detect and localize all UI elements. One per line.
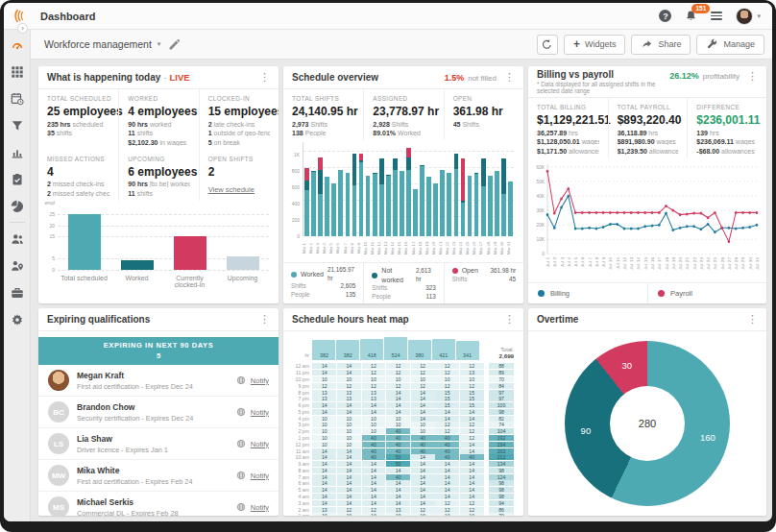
heatmap-cell: 13 xyxy=(337,396,361,401)
notify-link[interactable]: Notify xyxy=(251,440,269,448)
heatmap-cell: 14 xyxy=(411,390,435,396)
share-button[interactable]: Share xyxy=(631,35,691,55)
plus-icon: + xyxy=(573,38,580,50)
sidebar-item-dashboard-gauge-icon[interactable] xyxy=(10,37,24,52)
widget-menu-button[interactable]: ⋮ xyxy=(504,314,515,325)
widget-menu-button[interactable]: ⋮ xyxy=(747,314,758,325)
heatmap-cell: 10 xyxy=(312,435,336,441)
svg-text:Jul 30: Jul 30 xyxy=(748,256,753,269)
avatar: MW xyxy=(48,465,69,486)
dashboard-selector[interactable]: Workforce management ▾ xyxy=(44,38,160,50)
notify-link[interactable]: Notify xyxy=(251,503,269,512)
sidebar-item-reports-bar-chart-icon[interactable] xyxy=(10,145,24,159)
view-schedule-link[interactable]: View schedule xyxy=(208,185,255,194)
heatmap-cell: 10 xyxy=(411,513,435,516)
widget-title: Billing vs payroll xyxy=(537,69,669,80)
notifications-button[interactable]: 151 xyxy=(685,10,697,22)
help-icon[interactable]: ? xyxy=(659,10,671,22)
heatmap-row-total: 89 xyxy=(489,370,514,375)
heatmap-row: 1 pm10104040404012192 xyxy=(291,435,514,442)
today-bar-chart: empl05152025Total scheduledWorkedCurrent… xyxy=(38,201,279,304)
heatmap-cell: 14 xyxy=(312,370,336,375)
user-menu[interactable]: ▾ xyxy=(736,8,761,25)
stacked-bar xyxy=(393,158,398,236)
heatmap-cell: 14 xyxy=(411,416,435,422)
sidebar-item-business-briefcase-icon[interactable] xyxy=(10,285,24,300)
svg-text:50K: 50K xyxy=(536,178,545,183)
sidebar-expand-button[interactable]: › xyxy=(17,23,28,34)
stacked-bar xyxy=(379,158,384,236)
svg-text:Jul 4: Jul 4 xyxy=(567,256,571,267)
notify-link[interactable]: Notify xyxy=(251,472,269,480)
heatmap-cell: 10 xyxy=(337,422,361,427)
heatmap-cell: 14 xyxy=(435,494,459,499)
heatmap-row: 3 am1414141414121294 xyxy=(291,499,514,506)
heatmap-column-total: 382 xyxy=(336,340,359,360)
sidebar-item-insights-pie-icon[interactable] xyxy=(10,199,24,213)
qualification-list-item: MSMichael SerkisCommercial DL - Expires … xyxy=(38,492,279,516)
legend-item-not-worked: Not worked2,613 hrShifts323People113 xyxy=(363,263,443,303)
heatmap-row: 6 am1414141414141498 xyxy=(291,480,514,487)
heatmap-cell: 14 xyxy=(362,487,386,493)
stacked-bar xyxy=(311,171,316,236)
manage-button[interactable]: Manage xyxy=(696,35,764,55)
notify-globe-icon xyxy=(236,502,246,512)
svg-text:Jul 24: Jul 24 xyxy=(706,256,711,269)
sidebar-item-schedule-calendar-icon[interactable] xyxy=(10,91,24,106)
heatmap-cell: 14 xyxy=(362,494,386,499)
bar-total-scheduled xyxy=(68,214,101,269)
heatmap-column-total: 341 xyxy=(456,341,479,360)
heatmap-cell: 10 xyxy=(362,422,386,427)
notify-link[interactable]: Notify xyxy=(251,408,269,417)
heatmap-cell: 40 xyxy=(362,454,386,460)
schedule-legend: Worked21,165.97 hrShifts2,605People135No… xyxy=(283,262,523,303)
sidebar-item-settings-gear-icon[interactable] xyxy=(10,312,24,326)
svg-text:Jul 21: Jul 21 xyxy=(686,256,691,269)
menu-list-icon[interactable] xyxy=(711,12,722,20)
heatmap-cell: 14 xyxy=(411,461,435,467)
sidebar-item-apps-grid-icon[interactable] xyxy=(10,64,24,79)
heatmap-cell: 10 xyxy=(362,376,386,382)
sidebar-item-filter-funnel-icon[interactable] xyxy=(10,118,24,133)
stacked-bar xyxy=(501,158,506,236)
widget-menu-button[interactable]: ⋮ xyxy=(504,72,515,83)
heatmap-cell: 14 xyxy=(386,402,410,408)
svg-text:Jul 17: Jul 17 xyxy=(658,256,663,269)
edit-dashboard-icon[interactable] xyxy=(168,38,181,51)
heatmap-cell: 12 xyxy=(386,370,410,375)
stat-clocked-in: CLOCKED-IN15 employees2 late check-ins1 … xyxy=(199,89,279,150)
heatmap-row-total: 202 xyxy=(489,448,514,454)
sidebar-item-locations-people-icon[interactable] xyxy=(10,258,24,273)
notify-link[interactable]: Notify xyxy=(251,376,269,385)
qualifications-list: Megan KraftFirst aid certification - Exp… xyxy=(38,365,279,516)
heatmap-cell: 40 xyxy=(435,435,459,441)
heatmap-cell: 10 xyxy=(411,376,435,382)
heatmap-cell: 12 xyxy=(435,428,459,434)
brand-logo-icon xyxy=(10,8,26,24)
avatar[interactable] xyxy=(736,8,753,25)
heatmap-cell: 14 xyxy=(411,396,435,401)
svg-text:Jul 18: Jul 18 xyxy=(665,256,669,269)
refresh-button[interactable] xyxy=(537,35,558,55)
add-widgets-button[interactable]: +Widgets xyxy=(564,35,626,55)
widget-menu-button[interactable]: ⋮ xyxy=(259,314,270,325)
legend-item-open: Open361.98 hrShifts45 xyxy=(444,263,523,303)
heatmap-cell: 14 xyxy=(411,494,435,499)
heatmap-cell: 14 xyxy=(362,461,386,467)
widget-menu-button[interactable]: ⋮ xyxy=(747,71,758,82)
heatmap-cell: 14 xyxy=(312,363,336,369)
heatmap-cell: 14 xyxy=(312,461,336,467)
heatmap-cell: 14 xyxy=(312,402,336,408)
deputy-logo[interactable] xyxy=(4,8,31,24)
sidebar-item-people-icon[interactable] xyxy=(10,231,24,246)
heatmap-cell: 10 xyxy=(312,416,336,422)
heatmap-cell: 14 xyxy=(435,480,459,486)
widget-menu-button[interactable]: ⋮ xyxy=(259,72,270,83)
widget-title: Schedule hours heat map xyxy=(292,314,409,325)
svg-text:Jul 10: Jul 10 xyxy=(609,256,614,269)
heatmap-row-total: 88 xyxy=(489,363,514,369)
heatmap-cell: 10 xyxy=(312,376,336,382)
heatmap-cell: 14 xyxy=(337,474,361,480)
heatmap-cell: 14 xyxy=(337,487,361,493)
sidebar-item-tasks-clipboard-icon[interactable] xyxy=(10,172,24,186)
